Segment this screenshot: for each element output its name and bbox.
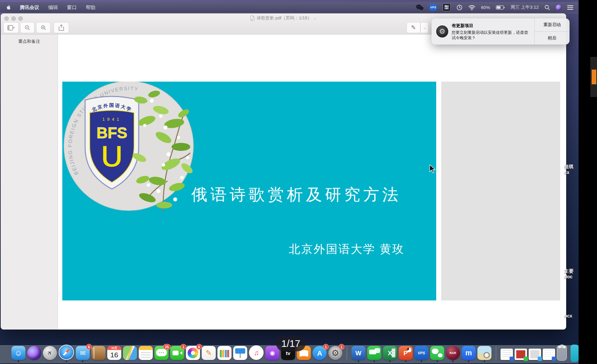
photos-icon[interactable]: 6 bbox=[186, 346, 200, 360]
dock-minimized-window-white[interactable] bbox=[543, 349, 555, 360]
keynote-icon[interactable] bbox=[233, 346, 247, 360]
pages-icon[interactable]: ✎ bbox=[202, 346, 216, 360]
dock-rar-archiver[interactable]: RAR bbox=[446, 346, 460, 362]
svg-text:U: U bbox=[101, 139, 123, 173]
share-button[interactable] bbox=[54, 22, 69, 33]
badge: 6 bbox=[86, 344, 92, 350]
excel-icon[interactable]: X bbox=[383, 346, 397, 360]
dock-excel[interactable]: X bbox=[383, 346, 397, 362]
window-title: 诗歌赏析.pdf（页码：1/19） bbox=[257, 15, 312, 21]
dock-facetime[interactable]: 1 bbox=[170, 346, 184, 362]
dock-numbers[interactable] bbox=[217, 346, 231, 362]
markup-dropdown-button[interactable]: ⌄ bbox=[420, 22, 428, 33]
notification-center-icon[interactable] bbox=[567, 5, 573, 10]
app-store-icon[interactable]: A1 bbox=[313, 346, 327, 360]
dock-system-preferences[interactable]: ⚙1 bbox=[328, 346, 342, 362]
dock-minimized-window-red[interactable] bbox=[515, 349, 527, 360]
time-machine-icon[interactable] bbox=[456, 4, 463, 11]
update-notification: ⚙ 有更新项目 您要立刻重新启动以安装这些更新，还是尝 试今晚安装？ 重新启动 … bbox=[432, 18, 570, 44]
sidebar-toggle-button[interactable] bbox=[3, 22, 19, 33]
maps-icon[interactable] bbox=[123, 346, 137, 360]
dock-preview[interactable] bbox=[477, 346, 491, 362]
dock-messages[interactable]: 25 bbox=[154, 346, 169, 362]
markup-pen-button[interactable]: ✎ bbox=[406, 22, 420, 33]
dock-contacts[interactable] bbox=[91, 346, 106, 362]
dock-music[interactable]: ♫ bbox=[249, 345, 264, 362]
badge: 1 bbox=[181, 344, 186, 350]
dock-calendar[interactable]: 11月16 bbox=[107, 346, 121, 362]
battery-percent: 60% bbox=[481, 5, 490, 10]
dock-minimized-window-gray[interactable] bbox=[529, 349, 541, 360]
rar-archiver-icon[interactable]: RAR bbox=[446, 346, 460, 360]
dock-safari[interactable] bbox=[59, 345, 74, 362]
dock-tencent-meeting[interactable] bbox=[367, 346, 381, 362]
dock-voov-meeting[interactable]: m bbox=[462, 346, 476, 362]
input-method-icon[interactable]: 型 bbox=[443, 3, 451, 11]
dock-minimized-window-doc[interactable] bbox=[501, 349, 513, 360]
later-button[interactable]: 稍后 bbox=[535, 32, 570, 45]
finder-icon[interactable]: ☺ bbox=[11, 346, 25, 360]
dock-notes[interactable] bbox=[139, 346, 153, 362]
dock-vps-app[interactable]: VPS bbox=[414, 346, 428, 362]
dock-powerpoint[interactable]: P bbox=[399, 346, 413, 362]
messages-icon[interactable]: 25 bbox=[154, 346, 169, 360]
zoom-in-button[interactable] bbox=[36, 22, 51, 33]
wechat-status-icon[interactable] bbox=[416, 4, 424, 11]
menu-app-name[interactable]: 腾讯会议 bbox=[20, 4, 39, 11]
preview-icon[interactable] bbox=[477, 346, 491, 360]
facetime-icon[interactable]: 1 bbox=[170, 346, 184, 360]
music-icon[interactable]: ♫ bbox=[249, 345, 264, 360]
contacts-icon[interactable] bbox=[91, 346, 106, 360]
voov-meeting-icon[interactable]: m bbox=[462, 346, 476, 360]
tencent-meeting-icon[interactable] bbox=[367, 346, 381, 360]
menu-help[interactable]: 帮助 bbox=[86, 4, 95, 11]
mail-icon[interactable]: ✉6 bbox=[76, 346, 90, 360]
dock-launchpad[interactable]: ✈ bbox=[43, 346, 57, 362]
apple-menu-icon[interactable] bbox=[5, 4, 11, 11]
launchpad-icon[interactable]: ✈ bbox=[43, 346, 57, 360]
dock-pages[interactable]: ✎ bbox=[202, 346, 216, 362]
title-chevron-icon[interactable]: ⌄ bbox=[314, 16, 316, 20]
desktop-file-label[interactable]: 主要doc bbox=[564, 268, 578, 280]
vps-app-icon[interactable]: VPS bbox=[414, 346, 428, 360]
preview-window: 诗歌赏析.pdf（页码：1/19） ⌄ ✎ ⌄ 重点和备注 bbox=[1, 13, 566, 330]
dock-trash[interactable] bbox=[557, 346, 567, 361]
siri-icon[interactable] bbox=[27, 346, 41, 360]
dock-finder[interactable]: ☺ bbox=[11, 346, 25, 362]
restart-button[interactable]: 重新启动 bbox=[535, 18, 570, 32]
battery-icon[interactable] bbox=[496, 5, 505, 10]
menu-window[interactable]: 窗口 bbox=[67, 4, 77, 11]
system-preferences-icon[interactable]: ⚙1 bbox=[328, 346, 342, 360]
dock-podcasts[interactable]: ◉ bbox=[265, 346, 279, 362]
running-indicator bbox=[66, 361, 67, 362]
dock-keynote[interactable] bbox=[233, 346, 247, 362]
desktop-file-label[interactable]: ocx bbox=[564, 313, 578, 319]
svg-text:1941: 1941 bbox=[103, 117, 122, 122]
notes-icon[interactable] bbox=[139, 346, 153, 360]
dock-app-store[interactable]: A1 bbox=[313, 346, 327, 362]
running-indicator bbox=[18, 361, 19, 362]
numbers-icon[interactable] bbox=[217, 346, 231, 360]
powerpoint-icon[interactable]: P bbox=[399, 346, 413, 360]
desktop-file-label[interactable]: 佳琪cx bbox=[564, 164, 578, 175]
mouse-cursor bbox=[429, 165, 436, 175]
word-icon[interactable]: W bbox=[351, 346, 366, 360]
menubar-clock[interactable]: 周三 上午3:12 bbox=[511, 4, 539, 10]
wechat-icon[interactable] bbox=[430, 346, 444, 360]
wifi-icon[interactable] bbox=[468, 5, 475, 10]
calendar-icon[interactable]: 11月16 bbox=[107, 346, 121, 360]
safari-icon[interactable] bbox=[59, 345, 74, 360]
spotlight-icon[interactable] bbox=[544, 5, 550, 10]
dock-maps[interactable] bbox=[123, 346, 137, 362]
siri-icon[interactable] bbox=[556, 5, 561, 10]
dock-photos[interactable]: 6 bbox=[186, 346, 200, 362]
dock-word[interactable]: W bbox=[351, 346, 366, 362]
zoom-out-button[interactable] bbox=[20, 22, 35, 33]
vps-status-icon[interactable]: VPS bbox=[429, 4, 437, 11]
running-indicator bbox=[452, 361, 454, 362]
dock-wechat[interactable] bbox=[430, 346, 444, 362]
menu-edit[interactable]: 编辑 bbox=[48, 4, 58, 11]
dock-siri[interactable] bbox=[27, 346, 41, 362]
dock-mail[interactable]: ✉6 bbox=[76, 346, 90, 362]
university-logo: BEIJING FOREIGN STUDIES UNIVERSITY 北京外国语… bbox=[63, 82, 194, 212]
